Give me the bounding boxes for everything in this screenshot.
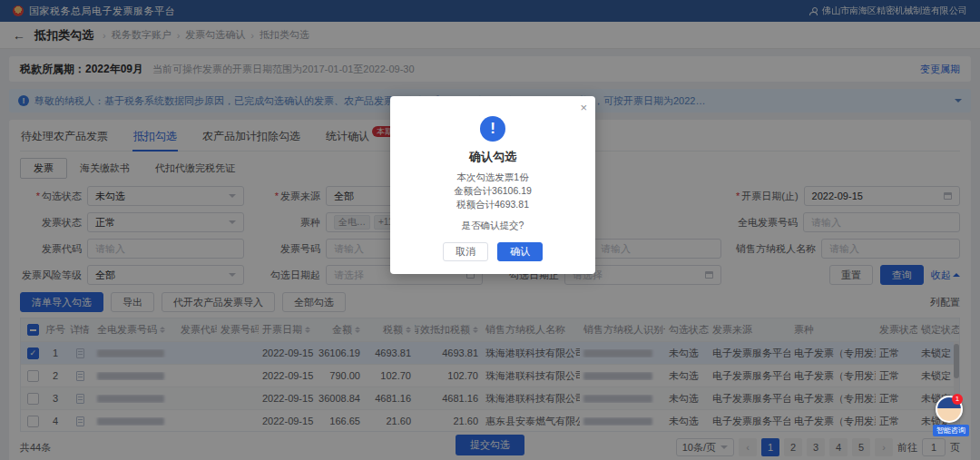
assistant-widget[interactable]: 1 智能咨询 bbox=[933, 396, 965, 436]
dialog-line: 税额合计4693.81 bbox=[399, 198, 586, 211]
confirm-dialog: × ! 确认勾选 本次勾选发票1份 金额合计36106.19 税额合计4693.… bbox=[390, 96, 595, 274]
dialog-actions: 取消 确认 bbox=[399, 242, 586, 261]
exclamation-icon: ! bbox=[480, 116, 505, 142]
dialog-line: 金额合计36106.19 bbox=[399, 184, 586, 198]
dialog-lines: 本次勾选发票1份 金额合计36106.19 税额合计4693.81 bbox=[399, 171, 586, 211]
assistant-avatar[interactable]: 1 bbox=[936, 396, 963, 423]
cancel-button[interactable]: 取消 bbox=[443, 242, 488, 261]
notification-badge: 1 bbox=[952, 394, 963, 405]
dialog-line: 本次勾选发票1份 bbox=[399, 171, 586, 184]
assistant-tag[interactable]: 智能咨询 bbox=[933, 425, 969, 436]
confirm-button[interactable]: 确认 bbox=[497, 242, 543, 261]
dialog-question: 是否确认提交? bbox=[399, 220, 586, 232]
dialog-title: 确认勾选 bbox=[399, 149, 586, 165]
close-icon[interactable]: × bbox=[580, 102, 587, 113]
